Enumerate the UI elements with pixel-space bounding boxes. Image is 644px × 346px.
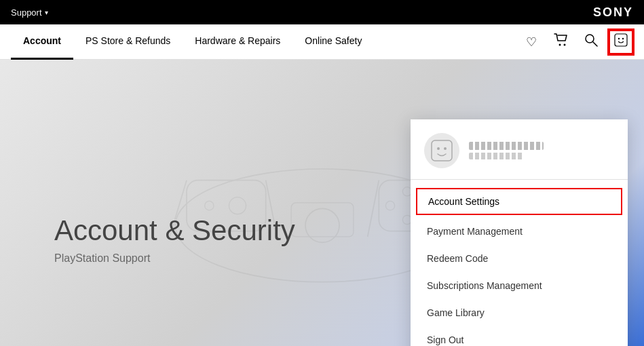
nav-item-ps-store[interactable]: PS Store & Refunds <box>73 24 183 60</box>
search-icon <box>584 33 598 50</box>
top-bar: Support ▾ SONY <box>0 0 644 24</box>
heart-icon: ♡ <box>526 35 537 50</box>
avatar <box>424 133 459 168</box>
svg-rect-4 <box>615 34 627 46</box>
dropdown-item-redeem-code[interactable]: Redeem Code <box>411 245 628 272</box>
sony-logo: SONY <box>593 5 633 20</box>
dropdown-item-payment-management[interactable]: Payment Management <box>411 218 628 245</box>
wishlist-button[interactable]: ♡ <box>519 30 544 54</box>
dropdown-item-game-library[interactable]: Game Library <box>411 299 628 326</box>
svg-point-20 <box>385 201 394 210</box>
search-button[interactable] <box>579 30 603 54</box>
cart-button[interactable] <box>549 30 573 54</box>
hero-text-block: Account & Security PlayStation Support <box>54 214 295 265</box>
chevron-down-icon: ▾ <box>45 9 48 16</box>
nav-bar: Account PS Store & Refunds Hardware & Re… <box>0 24 644 60</box>
svg-point-24 <box>444 147 447 150</box>
svg-point-15 <box>229 197 246 214</box>
nav-item-online-safety[interactable]: Online Safety <box>292 24 374 60</box>
hero-title: Account & Security <box>54 214 295 247</box>
hero-subtitle: PlayStation Support <box>54 252 295 265</box>
svg-point-5 <box>618 38 620 39</box>
svg-point-1 <box>564 44 566 46</box>
dropdown-item-sign-out[interactable]: Sign Out <box>411 326 628 346</box>
svg-rect-22 <box>432 140 452 161</box>
svg-line-13 <box>367 180 379 237</box>
svg-point-10 <box>305 208 339 242</box>
dropdown-item-account-settings[interactable]: Account Settings <box>416 188 622 215</box>
top-bar-left: Support ▾ <box>11 7 48 18</box>
hero-section: Account & Security PlayStation Support A… <box>0 60 644 346</box>
nav-item-account[interactable]: Account <box>11 24 73 60</box>
user-smiley-icon <box>614 33 628 50</box>
svg-point-0 <box>559 44 561 46</box>
dropdown-header <box>411 133 628 180</box>
user-email <box>469 153 523 159</box>
user-display-name <box>469 142 544 150</box>
nav-item-hardware[interactable]: Hardware & Repairs <box>183 24 292 60</box>
support-label: Support <box>11 7 42 18</box>
svg-point-23 <box>437 147 440 150</box>
top-bar-right: SONY <box>593 5 633 20</box>
dropdown-menu: Account Settings Payment Management Rede… <box>411 180 628 346</box>
svg-line-3 <box>593 42 597 46</box>
user-dropdown: Account Settings Payment Management Rede… <box>411 119 628 346</box>
svg-point-16 <box>204 201 213 210</box>
user-account-button[interactable] <box>609 30 633 54</box>
nav-right-icons: ♡ <box>519 30 633 54</box>
svg-point-6 <box>622 38 624 39</box>
cart-icon <box>554 33 569 50</box>
svg-point-2 <box>586 35 594 43</box>
dropdown-item-subscriptions-management[interactable]: Subscriptions Management <box>411 272 628 299</box>
nav-items: Account PS Store & Refunds Hardware & Re… <box>11 24 374 60</box>
user-info <box>469 142 544 159</box>
support-link[interactable]: Support ▾ <box>11 7 48 18</box>
